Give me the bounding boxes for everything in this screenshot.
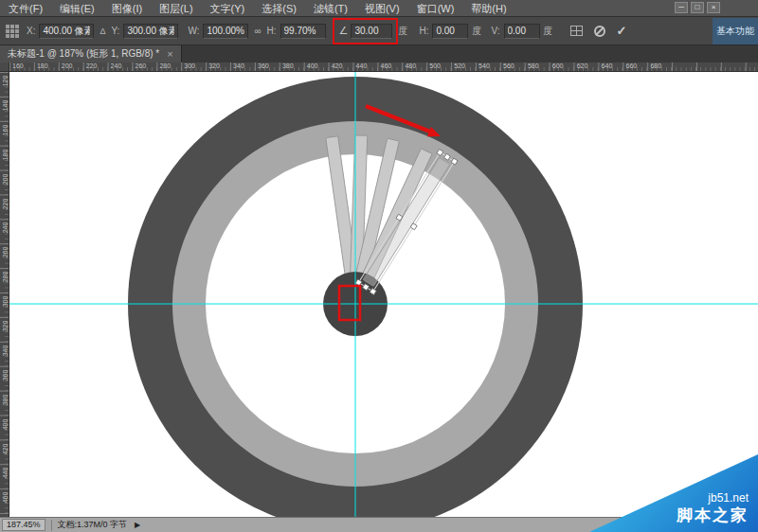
workspace-switcher-button[interactable]: 基本功能: [713, 18, 758, 44]
ruler-label: 220: [2, 196, 9, 211]
status-divider: [51, 520, 52, 531]
menu-bar: 文件(F) 编辑(E) 图像(I) 图层(L) 文字(Y) 选择(S) 滤镜(T…: [0, 0, 758, 17]
ruler-label: 320: [2, 319, 9, 334]
skew-v-label: V:: [491, 26, 499, 36]
document-canvas[interactable]: [9, 72, 758, 517]
ruler-label: 220: [86, 62, 98, 69]
ruler-label: 360: [258, 62, 269, 69]
ruler-label: 340: [233, 62, 244, 69]
ruler-label: 180: [2, 147, 9, 162]
ruler-label: 320: [208, 62, 220, 69]
x-label: X:: [27, 26, 35, 36]
menu-item-type[interactable]: 文字(Y): [202, 0, 254, 17]
ruler-label: 440: [356, 62, 368, 69]
ruler-label: 200: [62, 62, 73, 69]
photoshop-window: 文件(F) 编辑(E) 图像(I) 图层(L) 文字(Y) 选择(S) 滤镜(T…: [0, 0, 758, 532]
ruler-label: 460: [381, 62, 392, 69]
ruler-label: 580: [528, 62, 539, 69]
ruler-label: 640: [602, 62, 613, 69]
window-controls: ─ □ ×: [675, 2, 720, 13]
skew-v-input[interactable]: [504, 24, 540, 39]
ruler-label: 460: [2, 490, 9, 505]
y-position-input[interactable]: [123, 24, 178, 39]
menu-item-layer[interactable]: 图层(L): [151, 0, 201, 17]
menu-item-edit[interactable]: 编辑(E): [51, 0, 103, 17]
document-size-info: 文档:1.37M/0 字节: [58, 519, 128, 531]
document-tab-title: 未标题-1 @ 187% (矩形 1, RGB/8) *: [8, 47, 159, 61]
rotation-angle-group: ∠: [337, 24, 395, 39]
document-tab[interactable]: 未标题-1 @ 187% (矩形 1, RGB/8) * ×: [0, 45, 182, 62]
ruler-label: 500: [429, 62, 441, 69]
ruler-vertical[interactable]: 1201401601802002202402602803003203403603…: [0, 72, 9, 517]
cancel-transform-icon[interactable]: [594, 26, 605, 37]
watermark-url: jb51.net: [677, 491, 749, 505]
minimize-button[interactable]: ─: [675, 2, 688, 13]
ruler-label: 520: [454, 62, 465, 69]
ruler-label: 600: [552, 62, 564, 69]
canvas-artwork: [9, 72, 758, 517]
ruler-label: 240: [111, 62, 122, 69]
menu-item-file[interactable]: 文件(F): [0, 0, 51, 17]
ruler-label: 200: [2, 171, 9, 186]
ruler-label: 380: [2, 392, 9, 407]
ruler-label: 260: [135, 62, 147, 69]
menu-item-image[interactable]: 图像(I): [103, 0, 151, 17]
ruler-label: 120: [2, 74, 9, 89]
link-dimensions-icon[interactable]: ∞: [252, 26, 262, 36]
ruler-label: 280: [2, 270, 9, 285]
relative-position-icon[interactable]: Δ: [98, 27, 107, 36]
ruler-label: 160: [12, 62, 24, 69]
ruler-label: 440: [2, 466, 9, 481]
ruler-label: 300: [2, 294, 9, 310]
height-label: H:: [267, 26, 277, 36]
angle-icon: ∠: [339, 25, 349, 37]
ruler-label: 300: [184, 62, 195, 69]
width-scale-input[interactable]: [203, 24, 248, 39]
ruler-label: 420: [332, 62, 343, 69]
close-button[interactable]: ×: [707, 2, 720, 13]
ruler-label: 140: [2, 98, 9, 113]
y-label: Y:: [111, 26, 119, 36]
commit-transform-icon[interactable]: ✓: [617, 24, 627, 38]
ruler-label: 180: [37, 62, 48, 69]
ruler-label: 240: [2, 221, 9, 236]
skew-h-label: H:: [419, 26, 428, 36]
ruler-corner[interactable]: [0, 62, 9, 72]
ruler-label: 160: [2, 122, 9, 137]
zoom-level-field[interactable]: 187.45%: [2, 519, 45, 531]
watermark-site-name: 脚本之家: [677, 505, 749, 526]
ruler-label: 660: [626, 62, 638, 69]
menu-item-help[interactable]: 帮助(H): [462, 0, 514, 17]
document-tab-bar: 未标题-1 @ 187% (矩形 1, RGB/8) * ×: [0, 45, 758, 62]
warp-mode-icon[interactable]: [570, 26, 583, 36]
height-scale-input[interactable]: [280, 24, 326, 39]
width-label: W:: [188, 26, 199, 36]
ruler-label: 400: [307, 62, 318, 69]
ruler-label: 480: [405, 62, 416, 69]
menu-item-window[interactable]: 窗口(W): [408, 0, 463, 17]
transform-confirm-group: ✓: [570, 24, 627, 38]
tab-close-icon[interactable]: ×: [167, 48, 172, 60]
skew-v-unit-label: 度: [544, 25, 553, 38]
maximize-button[interactable]: □: [691, 2, 704, 13]
reference-point-grid-icon[interactable]: [6, 25, 19, 38]
ruler-label: 260: [2, 245, 9, 260]
menu-item-filter[interactable]: 滤镜(T): [305, 0, 356, 17]
rotation-angle-input[interactable]: [351, 24, 392, 39]
ruler-label: 360: [2, 367, 9, 382]
ruler-label: 620: [577, 62, 588, 69]
x-position-input[interactable]: [39, 24, 94, 39]
skew-h-unit-label: 度: [472, 25, 481, 38]
ruler-label: 680: [650, 62, 661, 69]
menu-item-view[interactable]: 视图(V): [356, 0, 408, 17]
status-expand-icon[interactable]: ▶: [135, 521, 140, 529]
ruler-label: 280: [159, 62, 171, 69]
ruler-horizontal[interactable]: 1601802002202402602803003203403603804004…: [9, 62, 758, 72]
ruler-label: 420: [2, 441, 9, 456]
menu-item-select[interactable]: 选择(S): [253, 0, 305, 17]
ruler-label: 540: [478, 62, 490, 69]
skew-h-input[interactable]: [432, 24, 468, 39]
ruler-label: 400: [2, 417, 9, 432]
ruler-label: 560: [503, 62, 514, 69]
ruler-label: 340: [2, 343, 9, 358]
